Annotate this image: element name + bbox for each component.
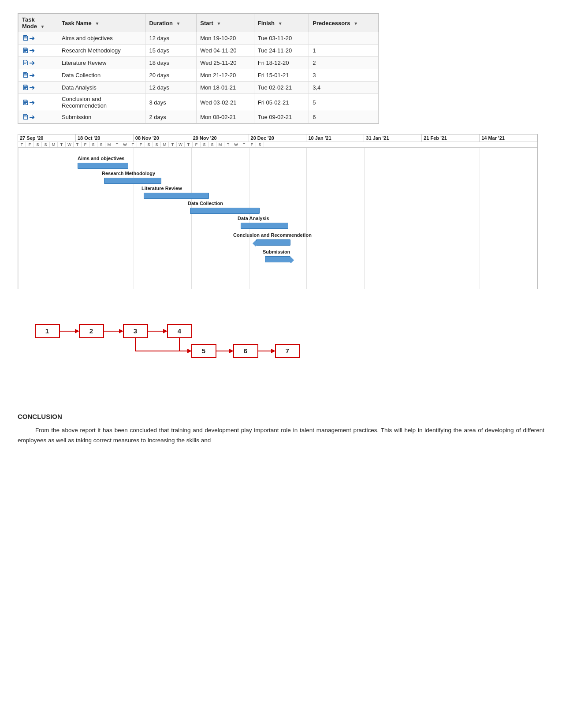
task-name-cell: Conclusion and Recommendetion	[58, 94, 145, 111]
task-name-cell: Data Analysis	[58, 82, 145, 94]
gantt-grid-line	[306, 148, 307, 289]
task-start-cell: Mon 21-12-20	[197, 69, 254, 82]
gantt-task-bar	[190, 208, 260, 214]
task-start-cell: Wed 03-02-21	[197, 94, 254, 111]
svg-marker-18	[187, 349, 192, 353]
task-finish-cell: Tue 03-11-20	[254, 32, 309, 45]
gantt-day-label: F	[82, 142, 89, 147]
gantt-month-label: 31 Jan '21	[364, 134, 422, 142]
task-start-cell: Wed 25-11-20	[197, 57, 254, 69]
gantt-month-label: 10 Jan '21	[306, 134, 364, 142]
gantt-task-label: Submission	[263, 249, 290, 254]
conclusion-section: CONCLUSION From the above report it has …	[18, 413, 544, 446]
task-start-cell: Wed 04-11-20	[197, 45, 254, 57]
task-finish-cell: Tue 24-11-20	[254, 45, 309, 57]
gantt-month-label: 21 Feb '21	[422, 134, 480, 142]
gantt-day-label: T	[129, 142, 137, 147]
project-table: TaskMode ▼ Task Name ▼ Duration ▼ Start …	[18, 14, 379, 123]
gantt-day-label: T	[169, 142, 177, 147]
table-row: 🖹➜Data Collection20 daysMon 21-12-20Fri …	[19, 69, 379, 82]
table-row: 🖹➜Data Analysis12 daysMon 18-01-21Tue 02…	[19, 82, 379, 94]
gantt-month-label: 27 Sep '20	[18, 134, 76, 142]
svg-text:5: 5	[202, 347, 205, 355]
col-header-start[interactable]: Start ▼	[197, 14, 254, 32]
gantt-body: Aims and objectivesResearch MethodologyL…	[18, 148, 537, 289]
gantt-task-bar	[265, 256, 290, 262]
gantt-task-label: Conclusion and Recommendetion	[233, 232, 312, 238]
svg-text:6: 6	[244, 347, 247, 355]
task-mode-icon: 🖹➜	[22, 99, 35, 106]
svg-marker-7	[119, 329, 123, 333]
col-header-mode[interactable]: TaskMode ▼	[19, 14, 58, 32]
task-duration-cell: 3 days	[145, 94, 197, 111]
gantt-task-label: Aims and objectives	[78, 156, 124, 161]
task-mode-cell: 🖹➜	[19, 32, 58, 45]
task-pred-cell: 2	[309, 57, 379, 69]
task-duration-cell: 15 days	[145, 45, 197, 57]
gantt-day-label: M	[50, 142, 58, 147]
gantt-grid-line	[480, 148, 480, 289]
table-row: 🖹➜Submission2 daysMon 08-02-21Tue 09-02-…	[19, 111, 379, 123]
gantt-task-label: Research Methodology	[102, 171, 155, 176]
conclusion-paragraph: From the above report it has been conclu…	[18, 426, 544, 446]
gantt-months-header: 27 Sep '2018 Oct '2008 Nov '2029 Nov '20…	[18, 134, 537, 142]
task-mode-icon: 🖹➜	[22, 113, 35, 121]
svg-text:7: 7	[286, 347, 289, 355]
conclusion-title: CONCLUSION	[18, 413, 544, 420]
task-name-cell: Submission	[58, 111, 145, 123]
col-header-duration[interactable]: Duration ▼	[145, 14, 197, 32]
gantt-month-label: 18 Oct '20	[76, 134, 134, 142]
gantt-day-label: S	[89, 142, 97, 147]
gantt-task-bar	[144, 193, 209, 199]
svg-text:2: 2	[89, 327, 93, 335]
task-pred-cell	[309, 32, 379, 45]
task-finish-cell: Fri 05-02-21	[254, 94, 309, 111]
col-header-pred[interactable]: Predecessors ▼	[309, 14, 379, 32]
task-mode-cell: 🖹➜	[19, 45, 58, 57]
gantt-day-label: F	[193, 142, 201, 147]
task-mode-cell: 🖹➜	[19, 57, 58, 69]
gantt-day-label: T	[18, 142, 26, 147]
gantt-day-label: S	[153, 142, 161, 147]
task-pred-cell: 6	[309, 111, 379, 123]
gantt-day-label: F	[248, 142, 256, 147]
gantt-day-label: S	[97, 142, 105, 147]
project-table-wrapper: TaskMode ▼ Task Name ▼ Duration ▼ Start …	[18, 13, 379, 124]
svg-marker-26	[271, 349, 275, 353]
table-row: 🖹➜Research Methodology15 daysWed 04-11-2…	[19, 45, 379, 57]
gantt-month-label: 08 Nov '20	[134, 134, 191, 142]
svg-marker-22	[229, 349, 234, 353]
gantt-day-label: S	[42, 142, 50, 147]
task-duration-cell: 2 days	[145, 111, 197, 123]
task-duration-cell: 12 days	[145, 32, 197, 45]
task-name-cell: Aims and objectives	[58, 32, 145, 45]
gantt-grid-line	[76, 148, 76, 289]
task-pred-cell: 5	[309, 94, 379, 111]
task-duration-cell: 12 days	[145, 82, 197, 94]
task-mode-cell: 🖹➜	[19, 94, 58, 111]
svg-text:4: 4	[178, 327, 182, 335]
task-start-cell: Mon 19-10-20	[197, 32, 254, 45]
task-mode-icon: 🖹➜	[22, 71, 35, 79]
task-mode-cell: 🖹➜	[19, 82, 58, 94]
task-finish-cell: Tue 09-02-21	[254, 111, 309, 123]
gantt-task-label: Data Analysis	[238, 216, 269, 221]
gantt-month-label: 29 Nov '20	[191, 134, 249, 142]
col-header-finish[interactable]: Finish ▼	[254, 14, 309, 32]
gantt-task-bar	[256, 239, 290, 246]
gantt-day-label: F	[137, 142, 145, 147]
table-row: 🖹➜Literature Review18 daysWed 25-11-20Fr…	[19, 57, 379, 69]
gantt-day-label: W	[66, 142, 74, 147]
task-start-cell: Mon 08-02-21	[197, 111, 254, 123]
task-name-cell: Research Methodology	[58, 45, 145, 57]
task-mode-icon: 🖹➜	[22, 59, 35, 67]
task-pred-cell: 3,4	[309, 82, 379, 94]
svg-marker-11	[163, 329, 167, 333]
col-header-taskname[interactable]: Task Name ▼	[58, 14, 145, 32]
gantt-day-label: T	[113, 142, 121, 147]
gantt-chart: 27 Sep '2018 Oct '2008 Nov '2029 Nov '20…	[18, 134, 538, 289]
network-diagram: 1 2 3 4 5 6	[26, 314, 317, 380]
gantt-day-label: M	[161, 142, 169, 147]
task-mode-cell: 🖹➜	[19, 69, 58, 82]
task-finish-cell: Fri 15-01-21	[254, 69, 309, 82]
